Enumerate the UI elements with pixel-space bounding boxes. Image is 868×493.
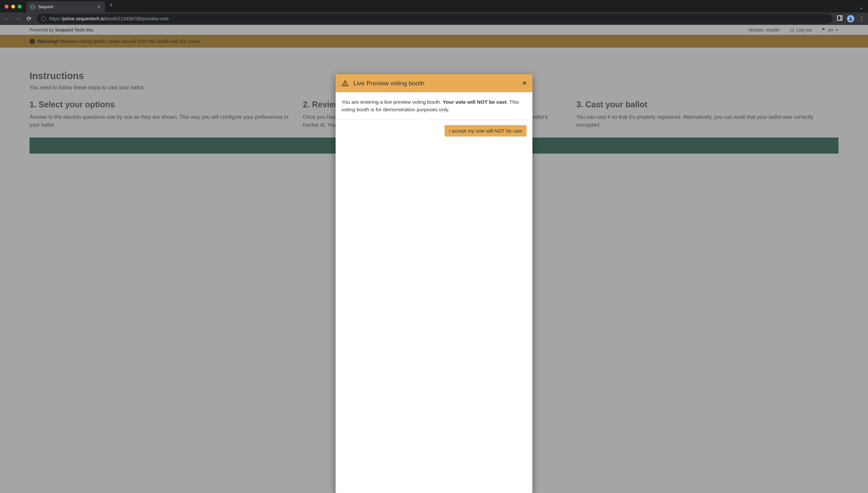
url-path: /booth/123456789/preview-vote	[104, 16, 169, 21]
tabs-dropdown-icon[interactable]: ⌄	[860, 5, 868, 13]
reload-icon[interactable]: ⟳	[26, 15, 32, 22]
profile-icon[interactable]	[847, 15, 854, 22]
modal-header: Live Preview voting booth ×	[336, 74, 532, 92]
preview-modal: Live Preview voting booth × You are ente…	[336, 74, 532, 493]
back-icon[interactable]: ←	[3, 16, 10, 22]
modal-body-strong: Your vote will NOT be cast	[443, 99, 507, 105]
browser-tab[interactable]: Sequent ✕	[26, 1, 105, 13]
tab-close-icon[interactable]: ✕	[97, 4, 101, 9]
globe-icon	[30, 4, 36, 9]
svg-point-0	[850, 17, 852, 19]
modal-close-button[interactable]: ×	[522, 80, 527, 87]
svg-point-2	[345, 84, 346, 85]
warning-triangle-icon	[341, 80, 349, 87]
address-bar[interactable]: https://prime.sequentech.io/booth/123456…	[37, 14, 832, 24]
url-prefix: https://	[49, 16, 63, 21]
window-close-button[interactable]	[5, 5, 8, 8]
url-domain: prime.sequentech.io	[63, 16, 104, 21]
panel-icon[interactable]	[837, 16, 842, 22]
browser-titlebar: Sequent ✕ + ⌄	[0, 0, 868, 13]
menu-icon[interactable]: ⋮	[859, 16, 865, 22]
browser-toolbar: ← → ⟳ https://prime.sequentech.io/booth/…	[0, 13, 868, 25]
window-maximize-button[interactable]	[18, 5, 22, 8]
forward-icon[interactable]: →	[15, 16, 21, 22]
modal-footer: I accept my vote will NOT be cast	[336, 120, 532, 142]
modal-title: Live Preview voting booth	[353, 80, 424, 87]
modal-body: You are entering a live preview voting b…	[336, 92, 532, 120]
site-info-icon[interactable]	[41, 16, 46, 21]
window-minimize-button[interactable]	[11, 5, 15, 8]
url-text: https://prime.sequentech.io/booth/123456…	[49, 16, 169, 21]
new-tab-button[interactable]: +	[105, 2, 118, 11]
tab-title: Sequent	[38, 5, 94, 9]
modal-body-before: You are entering a live preview voting b…	[341, 99, 443, 105]
accept-button[interactable]: I accept my vote will NOT be cast	[445, 125, 527, 136]
